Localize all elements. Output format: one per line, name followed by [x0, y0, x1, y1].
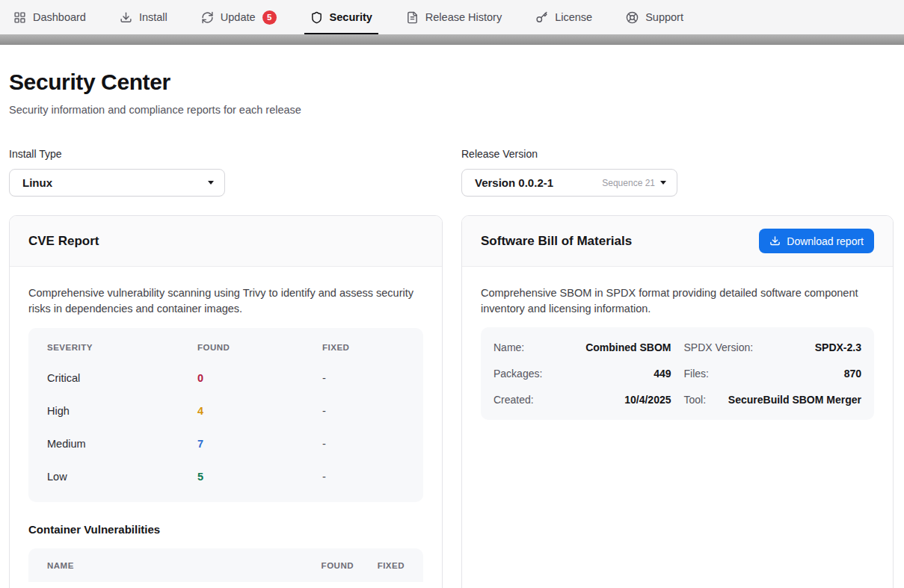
- install-icon: [120, 11, 132, 24]
- sbom-info-name: Name: Combined SBOM: [493, 341, 671, 353]
- cve-report-card: CVE Report Comprehensive vulnerability s…: [9, 215, 443, 588]
- col-severity: SEVERITY: [47, 343, 197, 352]
- table-row: High 4 -: [28, 394, 423, 427]
- cve-report-description: Comprehensive vulnerability scanning usi…: [28, 285, 423, 317]
- top-nav: Dashboard Install Update 5 Security Rele…: [0, 0, 904, 34]
- install-type-label: Install Type: [9, 148, 443, 160]
- found-count: 5: [197, 471, 322, 483]
- nav-label: Release History: [425, 11, 502, 23]
- nav-item-support[interactable]: Support: [624, 0, 685, 34]
- nav-label: Dashboard: [33, 11, 86, 23]
- cve-report-title: CVE Report: [28, 234, 99, 249]
- license-icon: [535, 11, 548, 24]
- nav-item-security[interactable]: Security: [309, 0, 374, 34]
- download-icon: [769, 235, 781, 247]
- info-label: Created:: [493, 394, 534, 406]
- info-value: 10/4/2025: [624, 394, 671, 406]
- found-count: 0: [197, 372, 322, 384]
- sbom-info-created: Created: 10/4/2025: [493, 394, 671, 406]
- table-row: Critical 0 -: [28, 362, 423, 394]
- col-fixed: FIXED: [354, 561, 405, 570]
- info-value: SPDX-2.3: [815, 341, 861, 353]
- sbom-body: Comprehensive SBOM in SPDX format provid…: [462, 267, 893, 439]
- info-label: Name:: [493, 341, 524, 353]
- container-table-header: NAME FOUND FIXED: [28, 548, 423, 582]
- info-value: Combined SBOM: [585, 341, 671, 353]
- nav-label: License: [555, 11, 592, 23]
- nav-item-update[interactable]: Update 5: [200, 0, 278, 34]
- info-value: 870: [844, 368, 861, 380]
- nav-divider-band: [0, 34, 904, 45]
- col-name: NAME: [47, 561, 295, 570]
- sbom-title: Software Bill of Materials: [481, 234, 632, 249]
- nav-item-license[interactable]: License: [534, 0, 594, 34]
- filters-row: Install Type Linux Release Version Versi…: [9, 148, 894, 196]
- nav-item-dashboard[interactable]: Dashboard: [12, 0, 87, 34]
- nav-label: Install: [139, 11, 167, 23]
- update-icon: [201, 11, 214, 24]
- info-value: SecureBuild SBOM Merger: [728, 394, 861, 406]
- sbom-info-spdx-version: SPDX Version: SPDX-2.3: [684, 341, 862, 353]
- found-count: 7: [197, 438, 322, 450]
- severity-label: Medium: [47, 438, 197, 450]
- download-report-label: Download report: [787, 235, 864, 247]
- cve-report-header: CVE Report: [10, 216, 442, 267]
- severity-label: High: [47, 405, 197, 417]
- main-content: Security Center Security information and…: [0, 69, 904, 588]
- severity-label: Low: [47, 471, 197, 483]
- info-label: Packages:: [493, 368, 542, 380]
- release-version-value: Version 0.0.2-1: [475, 176, 553, 189]
- sbom-info-tool: Tool: SecureBuild SBOM Merger: [684, 394, 862, 406]
- security-icon: [310, 11, 323, 24]
- table-row: Medium 7 -: [28, 427, 423, 460]
- chevron-down-icon: [208, 181, 214, 185]
- nav-item-install[interactable]: Install: [118, 0, 169, 34]
- nav-label: Support: [645, 11, 683, 23]
- col-found: FOUND: [197, 343, 322, 352]
- dashboard-icon: [13, 11, 26, 24]
- table-row: Low 5 -: [28, 460, 423, 493]
- sbom-info-packages: Packages: 449: [493, 368, 671, 380]
- chevron-down-icon: [660, 181, 666, 185]
- sbom-info-grid: Name: Combined SBOM SPDX Version: SPDX-2…: [481, 327, 874, 420]
- nav-label: Update: [221, 11, 256, 23]
- fixed-count: -: [322, 405, 423, 417]
- sbom-header: Software Bill of Materials Download repo…: [462, 216, 893, 267]
- release-version-filter: Release Version Version 0.0.2-1 Sequence…: [461, 148, 894, 196]
- info-label: Tool:: [684, 394, 707, 406]
- severity-label: Critical: [47, 372, 197, 384]
- cards-row: CVE Report Comprehensive vulnerability s…: [9, 215, 894, 588]
- page-title: Security Center: [9, 69, 894, 95]
- release-history-icon: [406, 11, 419, 24]
- sbom-description: Comprehensive SBOM in SPDX format provid…: [481, 285, 874, 317]
- info-value: 449: [654, 368, 671, 380]
- install-type-select[interactable]: Linux: [9, 169, 225, 196]
- install-type-value: Linux: [22, 176, 52, 189]
- col-found: FOUND: [295, 561, 354, 570]
- cve-report-body: Comprehensive vulnerability scanning usi…: [10, 267, 442, 588]
- download-report-button[interactable]: Download report: [759, 229, 874, 253]
- sbom-info-files: Files: 870: [684, 368, 862, 380]
- info-label: SPDX Version:: [684, 341, 754, 353]
- container-vulnerabilities-title: Container Vulnerabilities: [28, 523, 423, 536]
- nav-label: Security: [330, 11, 372, 23]
- fixed-count: -: [322, 471, 423, 483]
- fixed-count: -: [322, 438, 423, 450]
- page-subtitle: Security information and compliance repo…: [9, 104, 894, 116]
- support-icon: [626, 11, 639, 24]
- info-label: Files:: [684, 368, 709, 380]
- fixed-count: -: [322, 372, 423, 384]
- install-type-filter: Install Type Linux: [9, 148, 443, 196]
- nav-item-release-history[interactable]: Release History: [405, 0, 503, 34]
- release-version-select[interactable]: Version 0.0.2-1 Sequence 21: [461, 169, 677, 196]
- release-version-label: Release Version: [461, 148, 894, 160]
- col-fixed: FIXED: [322, 343, 423, 352]
- severity-table: SEVERITY FOUND FIXED Critical 0 - High 4…: [28, 328, 423, 502]
- update-count-badge: 5: [262, 10, 277, 25]
- release-sequence-hint: Sequence 21: [602, 178, 655, 188]
- found-count: 4: [197, 405, 322, 417]
- severity-table-header: SEVERITY FOUND FIXED: [28, 333, 423, 362]
- sbom-card: Software Bill of Materials Download repo…: [461, 215, 894, 588]
